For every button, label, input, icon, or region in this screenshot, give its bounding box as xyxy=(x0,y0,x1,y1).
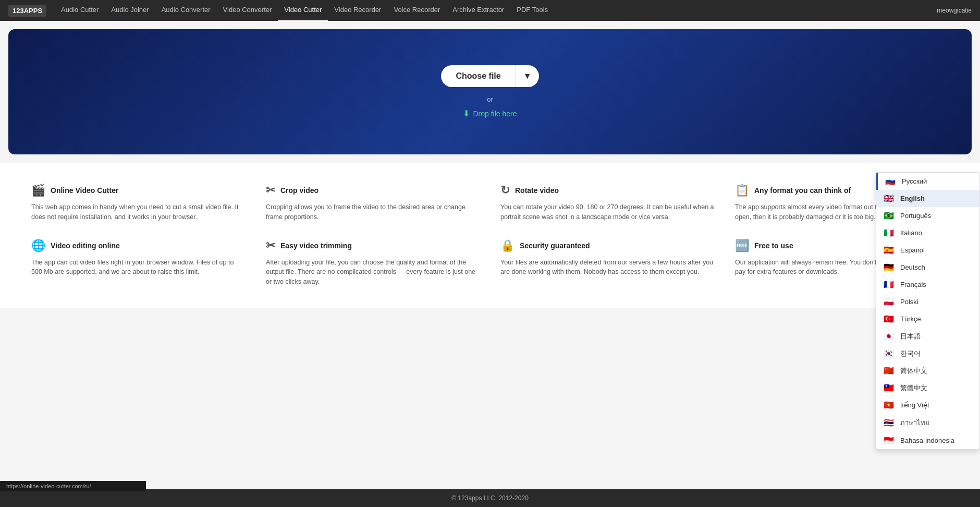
nav-link-audio-cutter[interactable]: Audio Cutter xyxy=(55,0,105,20)
hero-section: Choose file ▼ or ⬇ Drop file here xyxy=(8,29,972,154)
feature-title-text: Online Video Cutter xyxy=(51,186,118,195)
lang-label: Русский xyxy=(902,177,927,185)
flag-icon: 🇫🇷 xyxy=(884,280,895,289)
feature-item: ✂Easy video trimmingAfter uploading your… xyxy=(266,239,480,287)
navbar: 123APPS Audio CutterAudio JoinerAudio Co… xyxy=(0,0,980,21)
choose-file-group: Choose file ▼ xyxy=(441,65,538,87)
feature-title-text: Easy video trimming xyxy=(280,242,352,250)
flag-icon: 🇪🇸 xyxy=(884,245,895,255)
choose-file-dropdown-button[interactable]: ▼ xyxy=(516,65,539,87)
brand-logo[interactable]: 123APPS xyxy=(8,5,46,17)
feature-title: ✂Crop video xyxy=(266,184,480,197)
language-dropdown: 🇷🇺Русский🇬🇧English🇧🇷Português🇮🇹Italiano🇪… xyxy=(876,172,980,308)
feature-icon: 🎬 xyxy=(31,184,45,197)
feature-title-text: Video editing online xyxy=(51,242,120,250)
feature-title-text: Crop video xyxy=(280,186,318,195)
feature-desc: You can rotate your video 90, 180 or 270… xyxy=(500,202,714,222)
lang-item-español[interactable]: 🇪🇸Español xyxy=(876,242,979,259)
nav-link-audio-converter[interactable]: Audio Converter xyxy=(155,0,217,20)
features-section: 🎬Online Video CutterThis web app comes i… xyxy=(0,163,980,308)
feature-icon: 🌐 xyxy=(31,239,45,252)
feature-item: ✂Crop videoCropping allows you to frame … xyxy=(266,184,480,222)
feature-desc: Cropping allows you to frame the video t… xyxy=(266,202,480,222)
lang-label: Português xyxy=(900,212,931,220)
lang-item-polski[interactable]: 🇵🇱Polski xyxy=(876,293,979,308)
feature-title-text: Any format you can think of xyxy=(754,186,851,195)
lang-label: Deutsch xyxy=(900,263,925,271)
feature-icon: ✂ xyxy=(266,184,275,197)
feature-title: 🌐Video editing online xyxy=(31,239,245,252)
lang-label: Italiano xyxy=(900,229,922,237)
feature-item: 🎬Online Video CutterThis web app comes i… xyxy=(31,184,245,222)
flag-icon: 🇷🇺 xyxy=(885,176,897,186)
feature-desc: Your files are automatically deleted fro… xyxy=(500,258,714,277)
lang-label: Polski xyxy=(900,298,918,306)
feature-icon: 📋 xyxy=(735,184,749,197)
feature-icon: 🆓 xyxy=(735,239,749,252)
flag-icon: 🇬🇧 xyxy=(884,194,895,203)
nav-link-voice-recorder[interactable]: Voice Recorder xyxy=(387,0,446,20)
download-icon: ⬇ xyxy=(463,108,470,118)
feature-desc: This web app comes in handy when you nee… xyxy=(31,202,245,222)
feature-title: ✂Easy video trimming xyxy=(266,239,480,252)
feature-item: ↻Rotate videoYou can rotate your video 9… xyxy=(500,184,714,222)
lang-item-deutsch[interactable]: 🇩🇪Deutsch xyxy=(876,259,979,276)
feature-item: 🔒Security guaranteedYour files are autom… xyxy=(500,239,714,287)
or-text: or xyxy=(487,95,493,103)
nav-link-video-cutter[interactable]: Video Cutter xyxy=(278,0,328,21)
feature-title-text: Security guaranteed xyxy=(520,242,590,250)
feature-item: 🌐Video editing onlineThe app can cut vid… xyxy=(31,239,245,287)
feature-desc: The app can cut video files right in you… xyxy=(31,258,245,277)
nav-links: Audio CutterAudio JoinerAudio ConverterV… xyxy=(55,0,554,21)
feature-title-text: Free to use xyxy=(754,242,793,250)
flag-icon: 🇩🇪 xyxy=(884,262,895,272)
user-label: meowgicatie xyxy=(937,7,972,14)
lang-label: Español xyxy=(900,246,925,254)
feature-title: 🎬Online Video Cutter xyxy=(31,184,245,197)
nav-link-video-converter[interactable]: Video Converter xyxy=(217,0,278,20)
nav-link-audio-joiner[interactable]: Audio Joiner xyxy=(105,0,155,20)
feature-icon: ✂ xyxy=(266,239,275,252)
lang-item-english[interactable]: 🇬🇧English xyxy=(876,190,979,207)
feature-icon: 🔒 xyxy=(500,239,514,252)
feature-title: 🔒Security guaranteed xyxy=(500,239,714,252)
lang-item-русский[interactable]: 🇷🇺Русский xyxy=(876,173,979,190)
feature-title: ↻Rotate video xyxy=(500,184,714,197)
lang-item-português[interactable]: 🇧🇷Português xyxy=(876,207,979,224)
nav-link-pdf-tools[interactable]: PDF Tools xyxy=(510,0,554,20)
drop-file-link[interactable]: ⬇ Drop file here xyxy=(463,108,517,118)
lang-label: Français xyxy=(900,281,926,288)
choose-file-button[interactable]: Choose file xyxy=(441,65,515,87)
nav-link-video-recorder[interactable]: Video Recorder xyxy=(328,0,387,20)
lang-label: English xyxy=(900,195,925,202)
flag-icon: 🇮🇹 xyxy=(884,228,895,238)
feature-icon: ↻ xyxy=(500,184,510,197)
feature-title-text: Rotate video xyxy=(515,186,559,195)
drop-file-label: Drop file here xyxy=(473,110,517,118)
lang-item-français[interactable]: 🇫🇷Français xyxy=(876,276,979,293)
flag-icon: 🇧🇷 xyxy=(884,211,895,221)
feature-desc: After uploading your file, you can choos… xyxy=(266,258,480,287)
lang-item-italiano[interactable]: 🇮🇹Italiano xyxy=(876,224,979,242)
nav-link-archive-extractor[interactable]: Archive Extractor xyxy=(446,0,510,20)
flag-icon: 🇵🇱 xyxy=(884,297,895,307)
